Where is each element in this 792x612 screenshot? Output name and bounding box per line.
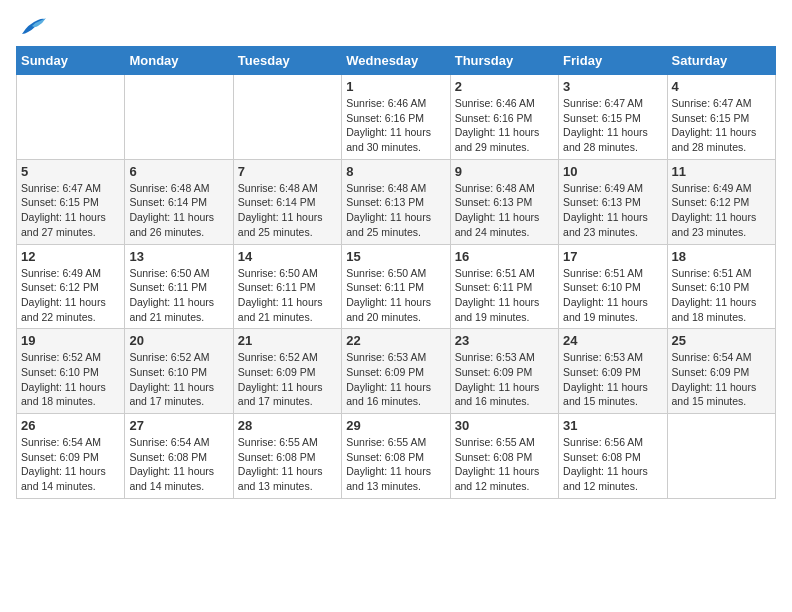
day-info: Sunrise: 6:48 AM Sunset: 6:13 PM Dayligh… xyxy=(346,181,445,240)
day-info: Sunrise: 6:48 AM Sunset: 6:14 PM Dayligh… xyxy=(238,181,337,240)
calendar-cell: 27Sunrise: 6:54 AM Sunset: 6:08 PM Dayli… xyxy=(125,414,233,499)
calendar-cell: 31Sunrise: 6:56 AM Sunset: 6:08 PM Dayli… xyxy=(559,414,667,499)
calendar-cell: 24Sunrise: 6:53 AM Sunset: 6:09 PM Dayli… xyxy=(559,329,667,414)
calendar-cell: 23Sunrise: 6:53 AM Sunset: 6:09 PM Dayli… xyxy=(450,329,558,414)
day-info: Sunrise: 6:56 AM Sunset: 6:08 PM Dayligh… xyxy=(563,435,662,494)
calendar-cell: 3Sunrise: 6:47 AM Sunset: 6:15 PM Daylig… xyxy=(559,75,667,160)
day-info: Sunrise: 6:48 AM Sunset: 6:13 PM Dayligh… xyxy=(455,181,554,240)
day-info: Sunrise: 6:47 AM Sunset: 6:15 PM Dayligh… xyxy=(21,181,120,240)
day-number: 17 xyxy=(563,249,662,264)
calendar-cell: 7Sunrise: 6:48 AM Sunset: 6:14 PM Daylig… xyxy=(233,159,341,244)
day-info: Sunrise: 6:53 AM Sunset: 6:09 PM Dayligh… xyxy=(455,350,554,409)
day-info: Sunrise: 6:55 AM Sunset: 6:08 PM Dayligh… xyxy=(346,435,445,494)
day-number: 10 xyxy=(563,164,662,179)
calendar-cell: 25Sunrise: 6:54 AM Sunset: 6:09 PM Dayli… xyxy=(667,329,775,414)
day-number: 18 xyxy=(672,249,771,264)
calendar-cell: 30Sunrise: 6:55 AM Sunset: 6:08 PM Dayli… xyxy=(450,414,558,499)
calendar-header-thursday: Thursday xyxy=(450,47,558,75)
calendar-header-tuesday: Tuesday xyxy=(233,47,341,75)
calendar-cell: 4Sunrise: 6:47 AM Sunset: 6:15 PM Daylig… xyxy=(667,75,775,160)
calendar-header-friday: Friday xyxy=(559,47,667,75)
calendar-cell xyxy=(125,75,233,160)
calendar-cell: 26Sunrise: 6:54 AM Sunset: 6:09 PM Dayli… xyxy=(17,414,125,499)
day-number: 20 xyxy=(129,333,228,348)
day-number: 14 xyxy=(238,249,337,264)
day-info: Sunrise: 6:54 AM Sunset: 6:09 PM Dayligh… xyxy=(672,350,771,409)
day-info: Sunrise: 6:54 AM Sunset: 6:08 PM Dayligh… xyxy=(129,435,228,494)
calendar-cell: 22Sunrise: 6:53 AM Sunset: 6:09 PM Dayli… xyxy=(342,329,450,414)
calendar-cell: 12Sunrise: 6:49 AM Sunset: 6:12 PM Dayli… xyxy=(17,244,125,329)
day-number: 5 xyxy=(21,164,120,179)
calendar-cell xyxy=(233,75,341,160)
calendar-week-row: 19Sunrise: 6:52 AM Sunset: 6:10 PM Dayli… xyxy=(17,329,776,414)
calendar-cell: 28Sunrise: 6:55 AM Sunset: 6:08 PM Dayli… xyxy=(233,414,341,499)
day-number: 23 xyxy=(455,333,554,348)
calendar-cell: 1Sunrise: 6:46 AM Sunset: 6:16 PM Daylig… xyxy=(342,75,450,160)
calendar-week-row: 5Sunrise: 6:47 AM Sunset: 6:15 PM Daylig… xyxy=(17,159,776,244)
day-number: 28 xyxy=(238,418,337,433)
calendar-cell: 14Sunrise: 6:50 AM Sunset: 6:11 PM Dayli… xyxy=(233,244,341,329)
day-info: Sunrise: 6:51 AM Sunset: 6:10 PM Dayligh… xyxy=(563,266,662,325)
calendar-cell: 29Sunrise: 6:55 AM Sunset: 6:08 PM Dayli… xyxy=(342,414,450,499)
day-info: Sunrise: 6:52 AM Sunset: 6:10 PM Dayligh… xyxy=(21,350,120,409)
calendar-cell: 10Sunrise: 6:49 AM Sunset: 6:13 PM Dayli… xyxy=(559,159,667,244)
calendar-cell: 16Sunrise: 6:51 AM Sunset: 6:11 PM Dayli… xyxy=(450,244,558,329)
day-info: Sunrise: 6:46 AM Sunset: 6:16 PM Dayligh… xyxy=(346,96,445,155)
day-number: 8 xyxy=(346,164,445,179)
day-info: Sunrise: 6:52 AM Sunset: 6:10 PM Dayligh… xyxy=(129,350,228,409)
calendar-header-row: SundayMondayTuesdayWednesdayThursdayFrid… xyxy=(17,47,776,75)
day-info: Sunrise: 6:52 AM Sunset: 6:09 PM Dayligh… xyxy=(238,350,337,409)
calendar-header-saturday: Saturday xyxy=(667,47,775,75)
day-number: 15 xyxy=(346,249,445,264)
day-number: 3 xyxy=(563,79,662,94)
day-number: 26 xyxy=(21,418,120,433)
calendar-cell xyxy=(667,414,775,499)
day-info: Sunrise: 6:49 AM Sunset: 6:13 PM Dayligh… xyxy=(563,181,662,240)
calendar-cell xyxy=(17,75,125,160)
day-number: 7 xyxy=(238,164,337,179)
day-info: Sunrise: 6:51 AM Sunset: 6:10 PM Dayligh… xyxy=(672,266,771,325)
calendar-cell: 20Sunrise: 6:52 AM Sunset: 6:10 PM Dayli… xyxy=(125,329,233,414)
day-number: 27 xyxy=(129,418,228,433)
day-info: Sunrise: 6:50 AM Sunset: 6:11 PM Dayligh… xyxy=(238,266,337,325)
day-info: Sunrise: 6:55 AM Sunset: 6:08 PM Dayligh… xyxy=(455,435,554,494)
calendar-cell: 2Sunrise: 6:46 AM Sunset: 6:16 PM Daylig… xyxy=(450,75,558,160)
calendar-cell: 19Sunrise: 6:52 AM Sunset: 6:10 PM Dayli… xyxy=(17,329,125,414)
calendar-cell: 21Sunrise: 6:52 AM Sunset: 6:09 PM Dayli… xyxy=(233,329,341,414)
day-number: 30 xyxy=(455,418,554,433)
day-number: 4 xyxy=(672,79,771,94)
day-info: Sunrise: 6:46 AM Sunset: 6:16 PM Dayligh… xyxy=(455,96,554,155)
day-info: Sunrise: 6:49 AM Sunset: 6:12 PM Dayligh… xyxy=(21,266,120,325)
calendar-week-row: 26Sunrise: 6:54 AM Sunset: 6:09 PM Dayli… xyxy=(17,414,776,499)
calendar-header-monday: Monday xyxy=(125,47,233,75)
logo-bird-icon xyxy=(18,16,46,38)
calendar-table: SundayMondayTuesdayWednesdayThursdayFrid… xyxy=(16,46,776,499)
logo xyxy=(16,16,46,38)
calendar-cell: 18Sunrise: 6:51 AM Sunset: 6:10 PM Dayli… xyxy=(667,244,775,329)
day-info: Sunrise: 6:55 AM Sunset: 6:08 PM Dayligh… xyxy=(238,435,337,494)
day-number: 13 xyxy=(129,249,228,264)
day-info: Sunrise: 6:47 AM Sunset: 6:15 PM Dayligh… xyxy=(563,96,662,155)
day-number: 12 xyxy=(21,249,120,264)
calendar-cell: 9Sunrise: 6:48 AM Sunset: 6:13 PM Daylig… xyxy=(450,159,558,244)
day-info: Sunrise: 6:50 AM Sunset: 6:11 PM Dayligh… xyxy=(129,266,228,325)
calendar-cell: 13Sunrise: 6:50 AM Sunset: 6:11 PM Dayli… xyxy=(125,244,233,329)
calendar-cell: 6Sunrise: 6:48 AM Sunset: 6:14 PM Daylig… xyxy=(125,159,233,244)
day-number: 19 xyxy=(21,333,120,348)
day-number: 2 xyxy=(455,79,554,94)
day-number: 22 xyxy=(346,333,445,348)
day-info: Sunrise: 6:51 AM Sunset: 6:11 PM Dayligh… xyxy=(455,266,554,325)
calendar-week-row: 12Sunrise: 6:49 AM Sunset: 6:12 PM Dayli… xyxy=(17,244,776,329)
page-header xyxy=(16,16,776,38)
day-info: Sunrise: 6:49 AM Sunset: 6:12 PM Dayligh… xyxy=(672,181,771,240)
calendar-header-sunday: Sunday xyxy=(17,47,125,75)
calendar-cell: 15Sunrise: 6:50 AM Sunset: 6:11 PM Dayli… xyxy=(342,244,450,329)
calendar-cell: 11Sunrise: 6:49 AM Sunset: 6:12 PM Dayli… xyxy=(667,159,775,244)
day-number: 21 xyxy=(238,333,337,348)
day-info: Sunrise: 6:53 AM Sunset: 6:09 PM Dayligh… xyxy=(563,350,662,409)
day-number: 9 xyxy=(455,164,554,179)
day-number: 29 xyxy=(346,418,445,433)
day-info: Sunrise: 6:50 AM Sunset: 6:11 PM Dayligh… xyxy=(346,266,445,325)
day-number: 25 xyxy=(672,333,771,348)
calendar-cell: 5Sunrise: 6:47 AM Sunset: 6:15 PM Daylig… xyxy=(17,159,125,244)
